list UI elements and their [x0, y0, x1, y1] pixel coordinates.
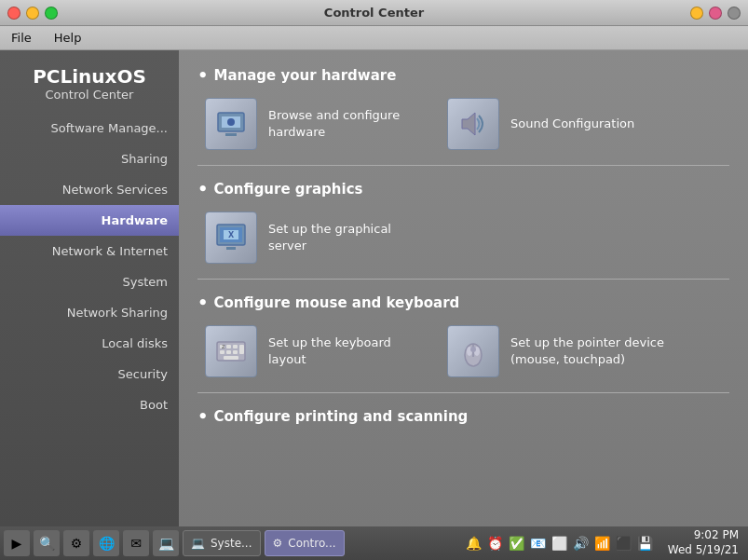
svg-rect-17 [239, 345, 244, 354]
tray-check-icon: ✅ [509, 536, 524, 551]
svg-point-2 [227, 118, 235, 126]
section-configure-mouse-keyboard-title: Configure mouse and keyboard [197, 293, 729, 312]
configure-graphics-items: X Set up the graphical server [197, 212, 729, 264]
tray-drive-icon[interactable]: 💾 [637, 536, 653, 551]
svg-rect-13 [233, 345, 238, 348]
section-configure-graphics: Configure graphics X Set up the graphica… [197, 179, 729, 264]
section-configure-printing-title: Configure printing and scanning [197, 406, 729, 426]
sound-config-label: Sound Configuration [510, 116, 634, 132]
taskbar-launcher-6[interactable]: 💻 [153, 530, 179, 556]
svg-rect-14 [220, 350, 224, 354]
sidebar-item-network-internet[interactable]: Network & Internet [0, 236, 179, 266]
taskbar-app-contro[interactable]: ⚙ Contro... [265, 530, 345, 556]
sidebar-header: PCLinuxOS Control Center [0, 58, 179, 113]
graphical-server-icon: X [205, 212, 257, 264]
taskbar-tray: 🔔 ⏰ ✅ 📧 ⬜ 🔊 📶 ⬛ 💾 [460, 536, 659, 551]
tray-clock-icon[interactable]: ⏰ [487, 536, 503, 551]
main-container: PCLinuxOS Control Center Software Manage… [0, 50, 748, 526]
configure-mouse-keyboard-items: Z Set up the keyboard layout [197, 325, 729, 377]
item-graphical-server[interactable]: X Set up the graphical server [205, 212, 428, 264]
close-button[interactable] [7, 7, 20, 20]
svg-rect-18 [224, 356, 238, 360]
right-window-controls [690, 7, 741, 20]
browse-hardware-label: Browse and configure hardware [268, 107, 428, 141]
taskbar-app-syste-icon: 💻 [191, 537, 205, 550]
taskbar-app-contro-icon: ⚙ [273, 537, 283, 550]
tray-email-icon[interactable]: 📧 [530, 536, 546, 551]
sidebar-item-local-disks[interactable]: Local disks [0, 328, 179, 359]
app-name: PCLinuxOS [4, 65, 175, 88]
divider-3 [197, 392, 729, 393]
sidebar-item-boot[interactable]: Boot [0, 389, 179, 420]
content-area: Manage your hardware Browse and configur… [179, 50, 748, 526]
menu-help[interactable]: Help [50, 29, 86, 47]
taskbar-launcher-4[interactable]: 🌐 [93, 530, 119, 556]
menu-file[interactable]: File [7, 29, 35, 47]
taskbar-launcher-1[interactable]: ▶ [4, 530, 30, 556]
window-title: Control Center [324, 6, 424, 20]
tray-volume-icon[interactable]: 🔊 [573, 536, 589, 551]
svg-text:X: X [228, 231, 235, 239]
svg-rect-15 [226, 350, 231, 354]
divider-1 [197, 165, 729, 166]
taskbar-app-syste-label: Syste... [211, 537, 252, 550]
section-manage-hardware-title: Manage your hardware [197, 65, 729, 85]
svg-rect-16 [233, 350, 238, 354]
sidebar-item-network-services[interactable]: Network Services [0, 174, 179, 205]
minimize-button[interactable] [26, 7, 39, 20]
manage-hardware-items: Browse and configure hardware Sound Conf… [197, 98, 729, 150]
sidebar-item-system[interactable]: System [0, 266, 179, 297]
tray-network-icon[interactable]: 📶 [594, 536, 610, 551]
sidebar-item-network-sharing[interactable]: Network Sharing [0, 297, 179, 328]
sidebar-item-hardware[interactable]: Hardware [0, 205, 179, 236]
item-browse-configure-hardware[interactable]: Browse and configure hardware [205, 98, 428, 150]
app-subtitle: Control Center [4, 88, 175, 102]
pointer-device-icon [447, 325, 499, 377]
svg-marker-4 [462, 113, 475, 135]
tray-bell-icon[interactable]: 🔔 [466, 536, 482, 551]
tray-bluetooth-icon[interactable]: ⬛ [616, 536, 632, 551]
right-btn-3[interactable] [728, 7, 741, 20]
maximize-button[interactable] [45, 7, 58, 20]
right-btn-1[interactable] [690, 7, 703, 20]
clock-date: Wed 5/19/21 [668, 543, 739, 558]
sidebar: PCLinuxOS Control Center Software Manage… [0, 50, 179, 526]
taskbar-launcher-5[interactable]: ✉ [123, 530, 149, 556]
taskbar-launcher-3[interactable]: ⚙ [63, 530, 89, 556]
graphical-server-label: Set up the graphical server [268, 221, 428, 254]
section-configure-mouse-keyboard: Configure mouse and keyboard [197, 293, 729, 377]
taskbar-clock: 9:02 PM Wed 5/19/21 [662, 528, 744, 557]
window-controls [7, 7, 58, 20]
taskbar-launcher-2[interactable]: 🔍 [34, 530, 60, 556]
svg-point-24 [470, 347, 476, 352]
item-pointer-device[interactable]: Set up the pointer device (mouse, touchp… [447, 325, 671, 377]
sidebar-item-software-manage[interactable]: Software Manage... [0, 113, 179, 143]
titlebar: Control Center [0, 0, 748, 26]
item-sound-configuration[interactable]: Sound Configuration [447, 98, 671, 150]
section-configure-printing: Configure printing and scanning [197, 406, 729, 426]
svg-rect-9 [226, 247, 236, 250]
divider-2 [197, 279, 729, 280]
sound-config-icon [447, 98, 499, 150]
taskbar: ▶ 🔍 ⚙ 🌐 ✉ 💻 💻 Syste... ⚙ Contro... 🔔 ⏰ ✅… [0, 526, 748, 560]
svg-text:Z: Z [222, 344, 225, 349]
section-manage-hardware: Manage your hardware Browse and configur… [197, 65, 729, 150]
item-keyboard-layout[interactable]: Z Set up the keyboard layout [205, 325, 428, 377]
svg-rect-12 [226, 345, 231, 348]
taskbar-app-syste[interactable]: 💻 Syste... [183, 530, 261, 556]
sidebar-item-sharing[interactable]: Sharing [0, 143, 179, 174]
sidebar-item-security[interactable]: Security [0, 359, 179, 389]
menubar: File Help [0, 26, 748, 50]
clock-time: 9:02 PM [668, 528, 739, 543]
svg-rect-3 [225, 133, 237, 136]
taskbar-app-contro-label: Contro... [288, 537, 335, 550]
browse-hardware-icon [205, 98, 257, 150]
section-configure-graphics-title: Configure graphics [197, 179, 729, 198]
right-btn-2[interactable] [709, 7, 722, 20]
tray-box-icon: ⬜ [551, 536, 567, 551]
keyboard-layout-label: Set up the keyboard layout [268, 335, 428, 368]
keyboard-layout-icon: Z [205, 325, 257, 377]
pointer-device-label: Set up the pointer device (mouse, touchp… [510, 335, 671, 368]
